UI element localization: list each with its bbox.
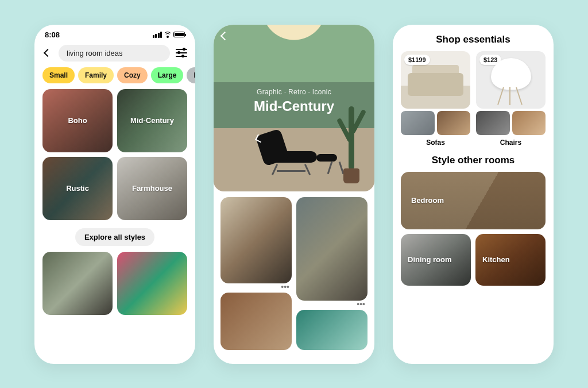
feed-grid — [34, 252, 195, 315]
price-badge: $1199 — [404, 55, 430, 65]
feed-pin[interactable] — [220, 293, 292, 350]
tile-label: Boho — [68, 116, 87, 125]
feed-pin[interactable] — [220, 197, 292, 283]
filter-chip-large[interactable]: Large — [151, 67, 184, 83]
chevron-left-icon — [45, 50, 51, 56]
product-card-chairs[interactable]: $123 Chairs — [476, 51, 546, 147]
filter-chip-row: Small Family Cozy Large Layout — [34, 67, 195, 89]
product-label: Sofas — [401, 139, 470, 147]
tile-label: Rustic — [66, 184, 89, 193]
thumbnail[interactable] — [476, 111, 510, 135]
filter-chip-layout[interactable]: Layout — [187, 67, 195, 83]
search-input[interactable]: living room ideas — [59, 45, 170, 62]
feed-pin[interactable] — [296, 310, 368, 350]
style-tile-boho[interactable]: Boho — [42, 89, 113, 152]
style-tile-midcentury[interactable]: Mid-Century — [117, 89, 187, 152]
clock-text: 8:08 — [45, 30, 60, 39]
phone-search-results: 8:08 living room ideas Small Family Cozy… — [34, 25, 195, 364]
filters-button[interactable] — [176, 48, 187, 57]
style-hero[interactable]: Graphic · Retro · Iconic Mid-Century — [214, 25, 374, 191]
phone-style-detail: Graphic · Retro · Iconic Mid-Century •••… — [214, 25, 374, 364]
related-pins-feed: ••• ••• — [214, 191, 374, 356]
cellular-icon — [153, 32, 163, 38]
thumbnail[interactable] — [437, 111, 471, 135]
back-button[interactable] — [222, 33, 228, 39]
style-tile-rustic[interactable]: Rustic — [42, 157, 113, 220]
back-button[interactable] — [42, 48, 53, 58]
room-tile-kitchen[interactable]: Kitchen — [475, 234, 546, 286]
product-image: $123 — [476, 51, 546, 109]
rooms-section: Bedroom Dining room Kitchen — [401, 172, 546, 286]
product-thumbnails — [401, 111, 470, 135]
rooms-heading: Style other rooms — [401, 155, 546, 166]
thumbnail[interactable] — [512, 111, 546, 135]
wifi-icon — [164, 32, 172, 38]
product-card-sofas[interactable]: $1199 Sofas — [401, 51, 470, 147]
filter-chip-family[interactable]: Family — [78, 67, 114, 83]
status-icons — [153, 32, 185, 38]
product-image: $1199 — [401, 51, 470, 109]
feed-pin[interactable] — [117, 252, 187, 315]
status-bar: 8:08 — [34, 25, 195, 43]
tile-label: Mid-Century — [130, 116, 174, 125]
filter-chip-small[interactable]: Small — [42, 67, 75, 83]
shop-products-row: $1199 Sofas $123 Chairs — [401, 51, 546, 147]
hero-illustration-plant — [340, 97, 363, 183]
battery-icon — [173, 32, 185, 37]
search-bar-row: living room ideas — [34, 43, 195, 67]
hero-tagline: Graphic · Retro · Iconic — [214, 88, 374, 96]
room-tile-bedroom[interactable]: Bedroom — [401, 172, 546, 229]
thumbnail[interactable] — [401, 111, 435, 135]
room-label: Kitchen — [482, 255, 510, 264]
room-label: Dining room — [408, 255, 452, 264]
feed-pin[interactable] — [42, 252, 113, 315]
phone-shop-rooms: Shop essentials $1199 Sofas $123 — [393, 25, 554, 364]
filter-chip-cozy[interactable]: Cozy — [117, 67, 148, 83]
product-label: Chairs — [476, 139, 546, 147]
feed-pin[interactable] — [296, 197, 368, 301]
room-tile-dining[interactable]: Dining room — [401, 234, 471, 286]
style-tile-grid: Boho Mid-Century Rustic Farmhouse — [34, 89, 195, 220]
tile-label: Farmhouse — [132, 184, 172, 193]
pin-more-icon[interactable]: ••• — [220, 285, 292, 289]
explore-all-styles-button[interactable]: Explore all styles — [75, 228, 154, 246]
hero-illustration — [254, 124, 334, 175]
style-tile-farmhouse[interactable]: Farmhouse — [117, 157, 187, 220]
room-label: Bedroom — [411, 196, 444, 205]
shop-heading: Shop essentials — [401, 34, 546, 45]
pin-more-icon[interactable]: ••• — [296, 302, 368, 306]
product-thumbnails — [476, 111, 546, 135]
